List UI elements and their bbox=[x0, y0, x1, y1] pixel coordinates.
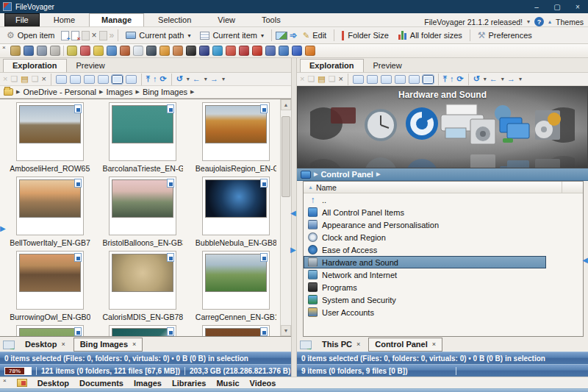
launcher-icon-search-folder[interactable] bbox=[107, 46, 117, 56]
favorite-link-images[interactable]: Images bbox=[134, 379, 162, 388]
list-header[interactable]: ▲ Name bbox=[304, 182, 583, 193]
file-thumbnail[interactable]: AmboseliHerd_ROW65... bbox=[7, 102, 93, 177]
control-panel-item[interactable]: Appearance and Personalisation bbox=[304, 218, 583, 231]
collapse-right-icon[interactable]: ▶ bbox=[290, 246, 296, 254]
send-to-icon[interactable]: ➾ bbox=[290, 30, 297, 40]
file-thumbnail[interactable]: BellTowerItaly_EN-GB73... bbox=[7, 177, 93, 251]
forward-icon[interactable]: → bbox=[507, 75, 515, 83]
launcher-icon-disabled-tool[interactable] bbox=[50, 46, 60, 56]
folder-size-button[interactable]: Folder Size bbox=[338, 29, 392, 42]
control-panel-item[interactable]: Clock and Region bbox=[304, 231, 583, 243]
pane-splitter[interactable]: ◀ ▶ bbox=[291, 58, 297, 377]
file-thumbnail[interactable]: BeaujolaisRegion_EN-G... bbox=[193, 102, 279, 177]
control-panel-item[interactable]: All Control Panel Items bbox=[304, 206, 583, 218]
close-tab-icon[interactable]: × bbox=[356, 341, 360, 348]
file-thumbnail[interactable]: BubbleNebula_EN-GB8... bbox=[193, 177, 279, 251]
ribbon-tab-view[interactable]: View bbox=[205, 13, 248, 26]
ribbon-tab-tools[interactable]: Tools bbox=[249, 13, 293, 26]
collapse-left-icon[interactable]: ◀ bbox=[290, 209, 296, 217]
expand-left-edge-icon[interactable]: ▶ bbox=[0, 224, 6, 232]
launcher-icon-chrome-browser[interactable] bbox=[226, 46, 236, 56]
scroll-up-icon[interactable]: ▲ bbox=[281, 99, 291, 110]
view-list-icon[interactable] bbox=[353, 75, 364, 84]
launcher-icon-paint[interactable] bbox=[80, 46, 90, 56]
file-thumbnail[interactable]: BurrowingOwl_EN-GB0... bbox=[7, 251, 93, 325]
picture-tool-icon[interactable] bbox=[276, 32, 287, 40]
new-tab-icon[interactable] bbox=[300, 341, 312, 349]
view-preview-icon[interactable] bbox=[423, 75, 434, 84]
breadcrumb-segment[interactable]: OneDrive - Personal bbox=[23, 88, 96, 96]
launcher-icon-cd-player[interactable] bbox=[93, 46, 104, 56]
delete-icon[interactable]: × bbox=[92, 31, 97, 40]
right-folder-tab-control-panel[interactable]: Control Panel× bbox=[368, 338, 442, 352]
view-thumbnails-icon[interactable] bbox=[112, 75, 123, 84]
right-tab-preview[interactable]: Preview bbox=[364, 59, 412, 72]
forward-icon[interactable]: → bbox=[210, 75, 218, 83]
view-small-icon[interactable] bbox=[84, 75, 95, 84]
ribbon-tab-file[interactable]: File bbox=[4, 13, 40, 26]
refresh-icon[interactable]: ⟳ bbox=[456, 75, 463, 83]
launcher-icon-media-tool[interactable] bbox=[120, 46, 130, 56]
expand-right-edge-icon[interactable]: ◀ bbox=[582, 256, 588, 264]
launcher-icon-record-player[interactable] bbox=[186, 46, 196, 56]
control-panel-item[interactable]: ↑.. bbox=[304, 193, 583, 206]
left-tab-exploration[interactable]: Exploration bbox=[3, 59, 67, 72]
launcher-icon-folders[interactable] bbox=[10, 46, 21, 56]
paste-icon[interactable]: ▤ bbox=[318, 75, 325, 83]
favorite-link-music[interactable]: Music bbox=[216, 379, 239, 388]
chevron-down-icon[interactable]: ▾ bbox=[204, 76, 207, 82]
control-panel-item[interactable]: User Accounts bbox=[304, 306, 583, 318]
left-folder-tab-desktop[interactable]: Desktop× bbox=[18, 338, 72, 352]
favorite-link-libraries[interactable]: Libraries bbox=[172, 379, 206, 388]
launcher-icon-computer[interactable] bbox=[37, 46, 47, 56]
up-level-icon[interactable]: ↑ bbox=[450, 75, 454, 83]
launcher-icon-sun-viewer[interactable] bbox=[159, 46, 170, 56]
left-folder-tab-bing-images[interactable]: Bing Images× bbox=[74, 338, 143, 352]
vertical-scrollbar[interactable]: ▲ ▼ bbox=[280, 99, 291, 336]
close-tab-icon[interactable]: × bbox=[132, 341, 136, 348]
launcher-icon-vs-tool[interactable] bbox=[265, 46, 276, 56]
maximize-button[interactable]: ▢ bbox=[547, 0, 567, 13]
view-details-icon[interactable] bbox=[367, 75, 378, 84]
left-tab-preview[interactable]: Preview bbox=[67, 59, 115, 72]
delete-icon[interactable]: × bbox=[339, 75, 343, 83]
new-file-icon[interactable]: + bbox=[61, 31, 69, 40]
launcher-icon-image-viewer[interactable] bbox=[279, 46, 289, 56]
favorite-link-videos[interactable]: Videos bbox=[250, 379, 276, 388]
paste-icon[interactable]: ▤ bbox=[21, 75, 28, 83]
delete-file-icon[interactable]: × bbox=[71, 31, 79, 40]
close-tab-icon[interactable]: × bbox=[61, 341, 65, 348]
scroll-down-icon[interactable]: ▼ bbox=[281, 325, 291, 336]
launcher-icon-display[interactable] bbox=[24, 46, 34, 56]
help-icon[interactable]: ? bbox=[534, 17, 544, 26]
launcher-icon-picture-folder[interactable] bbox=[173, 46, 183, 56]
all-folder-sizes-button[interactable]: All folder sizes bbox=[395, 29, 466, 41]
pin-top-icon[interactable]: ⤒ bbox=[146, 75, 150, 83]
file-thumbnail[interactable]: BristolBalloons_EN-GB3... bbox=[100, 177, 185, 251]
launcher-icon-video-player[interactable] bbox=[292, 46, 302, 56]
version-caret-icon[interactable]: ▾ bbox=[527, 18, 530, 25]
view-small-icon[interactable] bbox=[381, 75, 392, 84]
launcher-icon-opera-white[interactable] bbox=[133, 46, 143, 56]
chevron-down-icon[interactable]: ▾ bbox=[519, 76, 522, 82]
launcher-icon-terminal[interactable] bbox=[146, 46, 157, 56]
control-panel-item[interactable]: Hardware and Sound bbox=[304, 256, 546, 268]
chevron-down-icon[interactable]: ▾ bbox=[484, 76, 487, 82]
close-toolbar-icon[interactable]: × bbox=[2, 44, 6, 51]
back-icon[interactable]: ← bbox=[193, 75, 201, 83]
close-button[interactable]: × bbox=[567, 0, 588, 13]
right-folder-tab-this-pc[interactable]: This PC× bbox=[315, 338, 367, 352]
view-tiles-icon[interactable] bbox=[98, 75, 109, 84]
edit-button[interactable]: ✎ Edit bbox=[299, 29, 330, 42]
view-details-icon[interactable] bbox=[70, 75, 81, 84]
ribbon-tab-selection[interactable]: Selection bbox=[146, 13, 204, 26]
breadcrumb-segment[interactable]: Images bbox=[106, 88, 132, 96]
file-thumbnail[interactable]: BarcolanaTrieste_EN-G... bbox=[100, 102, 185, 177]
file-thumbnail[interactable]: CarregCennen_EN-GB1... bbox=[193, 251, 279, 325]
view-thumbnails-icon[interactable] bbox=[409, 75, 420, 84]
file-thumbnail[interactable] bbox=[193, 325, 279, 336]
ribbon-tab-home[interactable]: Home bbox=[41, 13, 87, 26]
launcher-icon-edge-browser[interactable] bbox=[212, 46, 223, 56]
breadcrumb-arrow-icon[interactable]: ▶ bbox=[376, 171, 380, 177]
view-tiles-icon[interactable] bbox=[395, 75, 406, 84]
